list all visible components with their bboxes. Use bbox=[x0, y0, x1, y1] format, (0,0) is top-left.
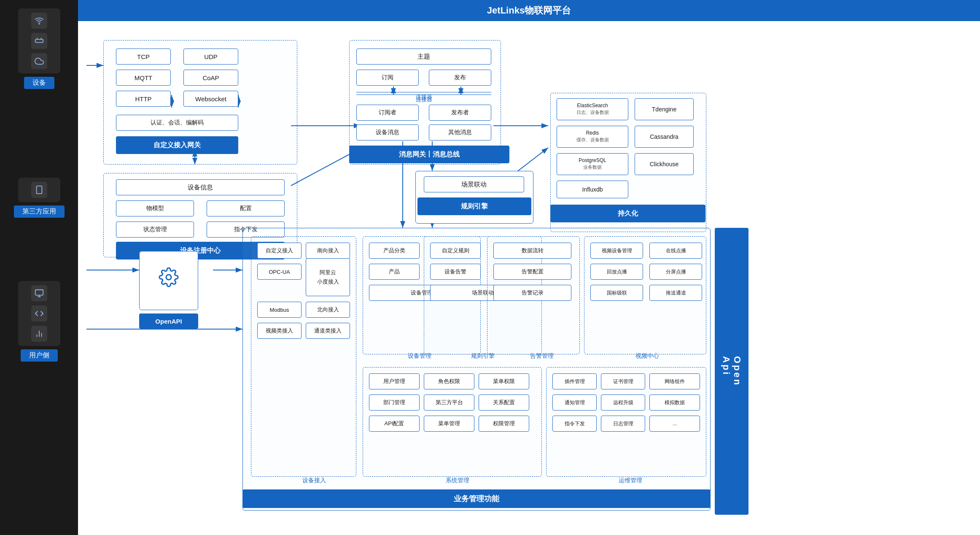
openapi-icon bbox=[159, 267, 179, 291]
third-platform-box: 第三方平台 bbox=[424, 394, 474, 411]
menu-perm-box: 菜单权限 bbox=[479, 373, 529, 389]
north-access-box: 北向接入 bbox=[306, 302, 350, 318]
system-mgmt-title: 系统管理 bbox=[415, 477, 500, 484]
sidebar-thirdparty-section: 第三方应用 bbox=[14, 178, 65, 218]
subscribe-box: 订阅 bbox=[356, 70, 419, 86]
router-icon bbox=[31, 33, 47, 49]
main-content: JetLinks物联网平台 bbox=[78, 0, 980, 535]
alarm-config-box: 告警配置 bbox=[493, 264, 571, 280]
openapi-label: OpenAPI bbox=[139, 313, 198, 329]
video-center-title: 视频中心 bbox=[601, 352, 694, 360]
publisher-box: 发布者 bbox=[429, 105, 491, 121]
monitor-icon bbox=[31, 285, 47, 301]
cassandra-box: Cassandra bbox=[635, 126, 694, 148]
video-access-box: 视频类接入 bbox=[257, 323, 302, 339]
thirdparty-label: 第三方应用 bbox=[14, 205, 65, 218]
national-std-box: 国标级联 bbox=[590, 285, 643, 301]
cert-mgmt-box: 证书管理 bbox=[601, 373, 645, 389]
clickhouse-box: Clickhouse bbox=[635, 153, 694, 175]
alarm-mgmt-title: 告警管理 bbox=[504, 352, 580, 360]
connector-divider-label: 连接器 bbox=[356, 92, 491, 101]
aliyun-label: 阿里云 bbox=[320, 269, 336, 276]
custom-rule-box: 自定义规则 bbox=[430, 243, 481, 259]
data-flow-box: 数据流转 bbox=[493, 243, 571, 259]
scene-box: 场景联动 bbox=[424, 176, 524, 192]
api-config-box: API配置 bbox=[369, 416, 420, 432]
status-mgmt-box: 状态管理 bbox=[116, 222, 194, 238]
sidebar-device-section: 设备 bbox=[18, 8, 60, 89]
etc-box: ... bbox=[649, 416, 700, 432]
mobile-icon bbox=[31, 182, 47, 198]
playback-vod-box: 回放点播 bbox=[590, 264, 643, 280]
openapi-container bbox=[139, 251, 198, 310]
menu-mgmt-box: 菜单管理 bbox=[424, 416, 474, 432]
other-msg-box: 其他消息 bbox=[429, 124, 491, 141]
business-label: 业务管理功能 bbox=[242, 489, 711, 508]
online-vod-box: 在线点播 bbox=[649, 243, 702, 259]
svg-point-32 bbox=[166, 275, 171, 280]
device-msg-box: 设备消息 bbox=[356, 124, 419, 141]
device-info-title: 设备信息 bbox=[116, 179, 285, 195]
redis-box: Redis缓存、设备数据 bbox=[557, 126, 628, 148]
custom-access-box: 自定义接入 bbox=[257, 243, 302, 259]
influxdb-box: Influxdb bbox=[557, 181, 628, 198]
tcp-box: TCP bbox=[116, 49, 171, 65]
gateway-label: 自定义接入网关 bbox=[116, 136, 238, 154]
product-category-box: 产品分类 bbox=[369, 243, 420, 259]
south-access-box: 南向接入 bbox=[306, 243, 350, 259]
subscriber-box: 订阅者 bbox=[356, 105, 419, 121]
topic-box: 主题 bbox=[356, 49, 491, 65]
cloud-icon bbox=[31, 53, 47, 69]
channel-access-box: 通道类接入 bbox=[306, 323, 350, 339]
diagram-area: TCP UDP MQTT CoAP HTTP Websocket 认证、会话、编… bbox=[78, 21, 980, 535]
elasticsearch-box: ElasticSearch日志、设备数据 bbox=[557, 98, 628, 120]
video-device-mgmt-box: 视频设备管理 bbox=[590, 243, 643, 259]
publish-box: 发布 bbox=[429, 70, 491, 86]
tdengine-box: Tdengine bbox=[635, 98, 694, 120]
device-label: 设备 bbox=[24, 77, 54, 89]
push-channel-box: 推送通道 bbox=[649, 285, 702, 301]
cloud-access-group: 阿里云 小度接入 bbox=[306, 258, 350, 296]
split-screen-box: 分屏点播 bbox=[649, 264, 702, 280]
thirdparty-icons bbox=[18, 178, 60, 202]
userside-icons bbox=[18, 281, 60, 346]
chart-icon bbox=[31, 326, 47, 342]
code-icon bbox=[31, 305, 47, 322]
user-mgmt-box: 用户管理 bbox=[369, 373, 420, 389]
role-perm-box: 角色权限 bbox=[424, 373, 474, 389]
svg-rect-1 bbox=[35, 39, 43, 42]
userside-label: 用户侧 bbox=[21, 349, 58, 362]
perm-mgmt-box: 权限管理 bbox=[479, 416, 529, 432]
sidebar-userside-section: 用户侧 bbox=[18, 281, 60, 362]
product-box: 产品 bbox=[369, 264, 420, 280]
opcua-box: OPC-UA bbox=[257, 264, 302, 280]
plugin-mgmt-box: 插件管理 bbox=[552, 373, 597, 389]
config-box: 配置 bbox=[207, 200, 285, 216]
websocket-box: Websocket bbox=[183, 91, 238, 107]
coap-box: CoAP bbox=[183, 70, 238, 86]
svg-rect-6 bbox=[36, 186, 42, 194]
postgresql-box: PostgreSQL业务数据 bbox=[557, 153, 628, 175]
auth-box: 认证、会话、编解码 bbox=[116, 115, 238, 131]
dept-mgmt-box: 部门管理 bbox=[369, 394, 420, 411]
wifi-icon bbox=[31, 13, 47, 29]
remote-upgrade-box: 远程升级 bbox=[601, 394, 645, 411]
svg-point-0 bbox=[39, 23, 40, 24]
device-icons bbox=[18, 8, 60, 73]
rule-engine-label: 规则引擎 bbox=[417, 197, 531, 215]
udp-box: UDP bbox=[183, 49, 238, 65]
ops-mgmt-title: 运维管理 bbox=[588, 477, 673, 484]
network-comp-box: 网络组件 bbox=[649, 373, 700, 389]
svg-rect-8 bbox=[35, 290, 43, 295]
log-mgmt-box: 日志管理 bbox=[601, 416, 645, 432]
sim-data-box: 模拟数据 bbox=[649, 394, 700, 411]
mqtt-box: MQTT bbox=[116, 70, 171, 86]
open-api-bar: OpenApi bbox=[715, 228, 748, 515]
device-alarm-box: 设备告警 bbox=[430, 264, 481, 280]
notify-mgmt-box: 通知管理 bbox=[552, 394, 597, 411]
device-access-title: 设备接入 bbox=[272, 477, 356, 484]
open-api-bar-label: OpenApi bbox=[721, 356, 743, 386]
xiaodu-label: 小度接入 bbox=[317, 278, 339, 286]
cmd-issue2-box: 指令下发 bbox=[552, 416, 597, 432]
http-box: HTTP bbox=[116, 91, 171, 107]
